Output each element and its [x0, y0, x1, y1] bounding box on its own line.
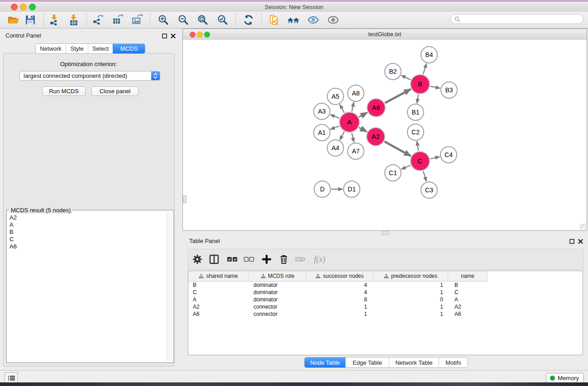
- column-header-successor-nodes[interactable]: successor nodes: [306, 271, 373, 281]
- hide-graphics-details-button[interactable]: [305, 13, 321, 27]
- graph-node-C2[interactable]: C2: [407, 124, 424, 140]
- table-row[interactable]: Cdominator41C: [188, 289, 583, 296]
- edge-C-C1[interactable]: [401, 165, 411, 169]
- graph-node-B4[interactable]: B4: [421, 47, 437, 63]
- graph-node-D[interactable]: D: [314, 181, 330, 197]
- tab-node-table[interactable]: Node Table: [305, 357, 345, 367]
- edge-A-A5[interactable]: [340, 105, 344, 113]
- table-row[interactable]: Bdominator41B: [188, 281, 583, 289]
- edge-A-A1[interactable]: [330, 126, 339, 129]
- close-table-panel-button[interactable]: [577, 238, 583, 244]
- table-row[interactable]: Adominator80A: [188, 296, 583, 303]
- select-all-columns-button[interactable]: [225, 253, 239, 266]
- edge-B-B1[interactable]: [417, 95, 418, 104]
- edge-A-A6[interactable]: [359, 112, 368, 117]
- network-canvas[interactable]: B4B2BB3A5A8A6A3B1AA1C2A2A4A7C4CC1C3DD1: [183, 40, 587, 230]
- column-header-predecessor-nodes[interactable]: predecessor nodes: [373, 271, 448, 281]
- import-table-button[interactable]: [66, 13, 82, 27]
- edge-A-A4[interactable]: [340, 132, 344, 140]
- export-image-button[interactable]: [129, 13, 145, 27]
- save-session-button[interactable]: [22, 13, 38, 27]
- edge-B-B3[interactable]: [430, 86, 440, 88]
- import-network-button[interactable]: [46, 13, 62, 27]
- table-settings-button[interactable]: [190, 253, 205, 266]
- graph-node-C4[interactable]: C4: [440, 147, 457, 163]
- graph-node-C3[interactable]: C3: [421, 182, 437, 198]
- mcds-result-item[interactable]: C: [8, 236, 166, 243]
- delete-column-button[interactable]: [277, 253, 291, 266]
- deselect-all-columns-button[interactable]: [242, 253, 256, 266]
- edge-A2-C[interactable]: [384, 142, 411, 156]
- edge-B-B4[interactable]: [423, 63, 426, 74]
- tab-network-table[interactable]: Network Table: [389, 357, 439, 367]
- show-task-history-button[interactable]: [5, 372, 18, 383]
- table-row[interactable]: A2connector11A2: [188, 303, 583, 310]
- graph-node-A5[interactable]: A5: [327, 88, 344, 105]
- edge-A-A2[interactable]: [359, 128, 367, 132]
- graph-node-B1[interactable]: B1: [407, 104, 424, 120]
- float-panel-button[interactable]: [161, 33, 167, 39]
- graph-node-A[interactable]: A: [339, 112, 359, 132]
- function-builder-button[interactable]: f(x): [310, 253, 330, 266]
- column-header-name[interactable]: name: [448, 271, 488, 281]
- graph-node-C1[interactable]: C1: [385, 165, 401, 181]
- home-layout-button[interactable]: [285, 13, 301, 27]
- edge-C-C2[interactable]: [417, 141, 418, 151]
- delete-table-button[interactable]: [293, 253, 307, 266]
- optimization-criterion-dropdown[interactable]: largest connected component (directed): [19, 71, 160, 81]
- graph-node-B3[interactable]: B3: [441, 82, 457, 98]
- mcds-result-item[interactable]: A: [8, 221, 166, 229]
- zoom-out-button[interactable]: [175, 13, 191, 27]
- new-network-from-file-button[interactable]: [267, 13, 283, 27]
- zoom-selected-button[interactable]: [215, 13, 231, 27]
- zoom-in-button[interactable]: [155, 13, 172, 27]
- zoom-fit-button[interactable]: [195, 13, 211, 27]
- search-field[interactable]: [450, 14, 583, 24]
- graph-node-A8[interactable]: A8: [348, 85, 364, 101]
- edge-A-A7[interactable]: [352, 133, 354, 142]
- tab-edge-table[interactable]: Edge Table: [345, 357, 389, 367]
- graph-node-A3[interactable]: A3: [314, 103, 330, 119]
- refresh-view-button[interactable]: [240, 13, 257, 27]
- graph-node-B[interactable]: B: [411, 75, 430, 94]
- graph-node-A1[interactable]: A1: [314, 124, 330, 141]
- export-network-button[interactable]: [90, 13, 106, 27]
- tab-mcds[interactable]: MCDS: [113, 44, 145, 53]
- edge-A6-B[interactable]: [385, 89, 411, 103]
- split-view-button[interactable]: [207, 253, 221, 266]
- run-mcds-button[interactable]: Run MCDS: [42, 86, 86, 96]
- network-graph[interactable]: B4B2BB3A5A8A6A3B1AA1C2A2A4A7C4CC1C3DD1: [183, 40, 587, 230]
- mcds-result-item[interactable]: A2: [8, 214, 166, 221]
- show-panel-button[interactable]: [325, 13, 341, 27]
- graph-node-A6[interactable]: A6: [367, 99, 385, 117]
- mcds-result-item[interactable]: A6: [8, 243, 166, 250]
- window-resize-grip[interactable]: [580, 224, 586, 230]
- graph-node-C[interactable]: C: [411, 152, 430, 171]
- tab-select[interactable]: Select: [88, 44, 113, 53]
- open-session-button[interactable]: [5, 13, 21, 27]
- edge-B-B2[interactable]: [401, 75, 411, 80]
- edge-C-C4[interactable]: [430, 157, 440, 159]
- table-row[interactable]: A6connector11A6: [188, 310, 583, 318]
- graph-node-B2[interactable]: B2: [385, 63, 401, 80]
- search-input[interactable]: [462, 15, 583, 23]
- column-header-MCDS-role[interactable]: MCDS role: [249, 271, 306, 281]
- float-table-panel-button[interactable]: [569, 238, 575, 244]
- graph-node-A2[interactable]: A2: [367, 128, 385, 146]
- graph-node-A4[interactable]: A4: [327, 140, 344, 156]
- mcds-result-item[interactable]: B: [8, 229, 166, 236]
- tab-motifs[interactable]: Motifs: [439, 357, 468, 367]
- tab-style[interactable]: Style: [66, 44, 88, 53]
- left-edge-handle[interactable]: [183, 195, 186, 203]
- edge-A-A8[interactable]: [352, 102, 354, 112]
- close-panel-button[interactable]: [170, 33, 176, 39]
- result-list-scrollbar[interactable]: [167, 211, 172, 362]
- add-column-button[interactable]: [259, 253, 274, 266]
- edge-A-A3[interactable]: [330, 114, 339, 118]
- tab-network[interactable]: Network: [36, 44, 66, 53]
- memory-status-button[interactable]: Memory: [546, 373, 584, 383]
- close-mcds-panel-button[interactable]: Close panel: [91, 86, 139, 96]
- bottom-edge-handle[interactable]: [382, 231, 389, 235]
- network-window-titlebar[interactable]: testGlobe.txt: [183, 29, 587, 40]
- edge-C-C3[interactable]: [423, 171, 426, 181]
